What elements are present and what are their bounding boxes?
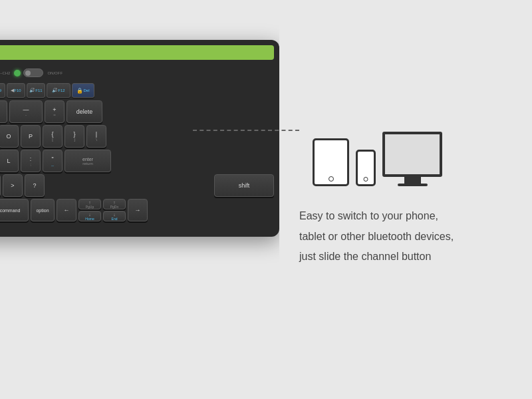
key-minus[interactable]: — - bbox=[9, 100, 43, 123]
key-paren-close[interactable]: ) 0 bbox=[0, 100, 7, 123]
key-o[interactable]: O bbox=[0, 125, 19, 148]
key-home[interactable]: ↓ Home bbox=[78, 211, 101, 221]
description-line3: just slide the channel button bbox=[299, 247, 454, 267]
key-f11[interactable]: 🔊 F11 bbox=[27, 83, 45, 98]
key-command[interactable]: command bbox=[0, 199, 29, 221]
key-shift[interactable]: shift bbox=[214, 174, 274, 197]
bottom-letter-row: < > ? shift bbox=[0, 174, 274, 197]
modifier-row: alt command option ← ↑ PgUp ↓ Home bbox=[0, 199, 274, 221]
key-quote[interactable]: " ‥ bbox=[43, 150, 63, 172]
key-right[interactable]: → bbox=[128, 199, 148, 221]
info-section: Easy to switch to your phone, tablet or … bbox=[279, 118, 532, 280]
channel-switch[interactable] bbox=[14, 68, 43, 77]
top-letter-row: I O P { [ } ] | \ bbox=[0, 125, 274, 148]
key-option[interactable]: option bbox=[31, 199, 55, 221]
key-question[interactable]: ? bbox=[25, 174, 45, 197]
key-pipe[interactable]: | \ bbox=[86, 125, 106, 148]
key-p[interactable]: P bbox=[21, 125, 41, 148]
key-end[interactable]: ↓ End bbox=[103, 211, 126, 221]
key-left[interactable]: ← bbox=[57, 199, 76, 221]
key-f12[interactable]: 🔊 F12 bbox=[47, 83, 70, 98]
channel-indicator-dot bbox=[14, 70, 21, 76]
key-enter[interactable]: enter return bbox=[65, 150, 111, 172]
key-brace-close[interactable]: } ] bbox=[65, 125, 84, 148]
key-gt[interactable]: > bbox=[3, 174, 23, 197]
key-equals[interactable]: + = bbox=[45, 100, 65, 123]
key-delete[interactable]: delete bbox=[66, 100, 102, 123]
key-lt[interactable]: < bbox=[0, 174, 1, 197]
tablet-icon bbox=[313, 138, 349, 186]
onoff-label: ON/OFF bbox=[47, 71, 63, 75]
main-scene: 1 2 A CH1~CH2 bbox=[0, 0, 532, 399]
key-f10[interactable]: ◀ F10 bbox=[7, 83, 25, 98]
description-text: Easy to switch to your phone, tablet or … bbox=[299, 206, 454, 267]
home-end-stack: ↑ PgDn ↓ End bbox=[103, 199, 126, 221]
channel-label: CH1~CH2 bbox=[0, 71, 10, 75]
key-pgdn[interactable]: ↑ PgDn bbox=[103, 199, 126, 209]
key-brace-open[interactable]: { [ bbox=[43, 125, 63, 148]
key-lock[interactable]: 🔒 Del bbox=[72, 83, 94, 98]
devices-icons bbox=[313, 132, 442, 186]
phone-icon bbox=[356, 150, 376, 186]
key-l[interactable]: L bbox=[0, 150, 19, 172]
description-line2: tablet or other bluetooth devices, bbox=[299, 227, 454, 247]
tablet-slot bbox=[0, 45, 274, 60]
pgup-pgdn-stack: ↑ PgUp ↓ Home bbox=[78, 199, 101, 221]
key-semicolon[interactable]: : ; bbox=[21, 150, 41, 172]
keyboard: 1 2 A CH1~CH2 bbox=[0, 40, 279, 237]
middle-letter-row: K L : ; " ‥ enter return bbox=[0, 150, 274, 172]
switch-slider[interactable] bbox=[23, 68, 43, 77]
fn-keys-row: ⏮ F8 ⏩ F9 ◀ F10 🔊 F11 🔊 F12 bbox=[0, 83, 274, 98]
key-f9[interactable]: ⏩ F9 bbox=[0, 83, 5, 98]
monitor-icon bbox=[382, 132, 442, 186]
keyboard-section: 1 2 A CH1~CH2 bbox=[0, 0, 279, 399]
dashed-connecting-line bbox=[193, 130, 299, 131]
key-pgup[interactable]: ↑ PgUp bbox=[78, 199, 101, 209]
number-row: ( 9 ) 0 — - + = delete bbox=[0, 100, 274, 123]
description-line1: Easy to switch to your phone, bbox=[299, 206, 454, 226]
